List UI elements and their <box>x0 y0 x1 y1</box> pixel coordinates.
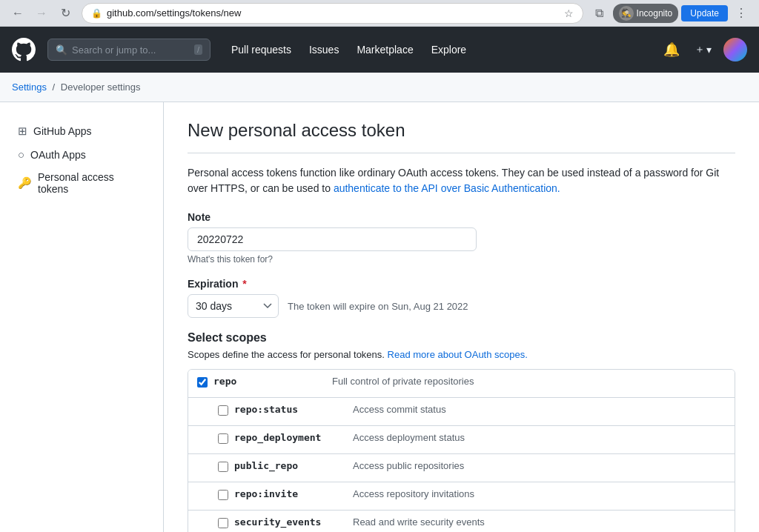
incognito-avatar: 🕵 <box>619 6 634 21</box>
scope-desc-repo-deployment: Access deployment status <box>353 432 726 443</box>
sidebar-label-oauth-apps: OAuth Apps <box>30 149 86 161</box>
scope-row-repo: repo Full control of private repositorie… <box>188 370 735 398</box>
new-item-button[interactable]: ＋ ▾ <box>690 40 716 59</box>
expiration-select[interactable]: 7 days 30 days 60 days 90 days Custom No… <box>188 294 279 318</box>
intro-paragraph: Personal access tokens function like ord… <box>188 165 735 196</box>
scope-name-repo: repo <box>213 376 332 387</box>
incognito-label: Incognito <box>637 8 673 19</box>
nav-issues[interactable]: Issues <box>300 27 348 73</box>
expiration-select-row: 7 days 30 days 60 days 90 days Custom No… <box>188 294 735 318</box>
header-right: 🔔 ＋ ▾ <box>660 38 747 61</box>
scope-desc-repo-invite: Access repository invitations <box>353 488 726 499</box>
oauth-scopes-link[interactable]: Read more about OAuth scopes. <box>388 349 528 360</box>
chrome-toolbar: ← → ↻ 🔒 github.com/settings/tokens/new ☆… <box>0 0 759 27</box>
expiry-hint: The token will expire on Sun, Aug 21 202… <box>288 301 468 312</box>
expiration-group: Expiration * 7 days 30 days 60 days 90 d… <box>188 278 735 318</box>
reload-button[interactable]: ↻ <box>55 3 76 24</box>
scope-checkbox-repo-deployment[interactable] <box>218 433 228 444</box>
chrome-right-area: ⧉ 🕵 Incognito Update ⋮ <box>589 3 752 24</box>
bookmark-star-icon[interactable]: ☆ <box>564 7 574 19</box>
search-bar[interactable]: 🔍 Search or jump to... / <box>47 39 211 61</box>
note-label: Note <box>188 211 735 223</box>
scope-name-repo-deployment: repo_deployment <box>234 432 353 443</box>
scope-row-repo-invite: repo:invite Access repository invitation… <box>188 482 735 511</box>
search-icon: 🔍 <box>56 44 67 56</box>
breadcrumb-current: Developer settings <box>61 82 141 93</box>
main-content: New personal access token Personal acces… <box>163 102 759 532</box>
chrome-nav-buttons: ← → ↻ <box>7 3 76 24</box>
scope-row-repo-deployment: repo_deployment Access deployment status <box>188 426 735 454</box>
incognito-button[interactable]: 🕵 Incognito <box>613 4 679 23</box>
grid-icon: ⊞ <box>18 124 27 138</box>
sidebar-label-github-apps: GitHub Apps <box>33 125 92 137</box>
sidebar: ⊞ GitHub Apps ○ OAuth Apps 🔑 Personal ac… <box>0 102 163 532</box>
scope-name-repo-status: repo:status <box>234 404 353 415</box>
plus-icon: ＋ <box>695 43 705 56</box>
sidebar-item-personal-tokens[interactable]: 🔑 Personal access tokens <box>12 167 151 199</box>
main-nav: Pull requests Issues Marketplace Explore <box>222 27 649 73</box>
scope-checkbox-public-repo[interactable] <box>218 462 228 472</box>
scope-row-public-repo: public_repo Access public repositories <box>188 454 735 482</box>
update-button[interactable]: Update <box>681 5 728 21</box>
github-logo[interactable] <box>12 38 36 61</box>
scope-desc-public-repo: Access public repositories <box>353 460 726 471</box>
required-asterisk: * <box>242 278 246 290</box>
avatar[interactable] <box>723 38 747 61</box>
expiration-label: Expiration * <box>188 278 735 290</box>
search-placeholder: Search or jump to... <box>72 44 156 56</box>
breadcrumb-settings-link[interactable]: Settings <box>12 82 47 93</box>
scope-checkbox-repo[interactable] <box>197 377 208 388</box>
scope-name-public-repo: public_repo <box>234 460 353 471</box>
scopes-desc-text: Scopes define the access for personal to… <box>188 349 388 360</box>
scope-checkbox-repo-status[interactable] <box>218 405 228 416</box>
address-bar[interactable]: 🔒 github.com/settings/tokens/new ☆ <box>82 3 583 24</box>
page-title: New personal access token <box>188 120 735 153</box>
github-header: 🔍 Search or jump to... / Pull requests I… <box>0 27 759 73</box>
scope-name-security-events: security_events <box>234 516 353 528</box>
scope-desc-repo-status: Access commit status <box>353 404 726 415</box>
scope-row-security-events: security_events Read and write security … <box>188 511 735 532</box>
scopes-description: Scopes define the access for personal to… <box>188 349 735 360</box>
more-menu-icon[interactable]: ⋮ <box>731 3 752 24</box>
note-input[interactable] <box>188 227 477 251</box>
scope-desc-security-events: Read and write security events <box>353 516 726 528</box>
scope-checkbox-security-events[interactable] <box>218 518 228 528</box>
scope-checkbox-repo-invite[interactable] <box>218 490 228 500</box>
forward-button[interactable]: → <box>31 3 52 24</box>
page-layout: ⊞ GitHub Apps ○ OAuth Apps 🔑 Personal ac… <box>0 102 759 532</box>
api-auth-link[interactable]: authenticate to the API over Basic Authe… <box>334 182 560 194</box>
sidebar-item-oauth-apps[interactable]: ○ OAuth Apps <box>12 144 151 165</box>
breadcrumb-separator: / <box>53 82 56 93</box>
url-text: github.com/settings/tokens/new <box>107 7 560 19</box>
back-button[interactable]: ← <box>7 3 28 24</box>
plus-dropdown-icon: ▾ <box>706 44 712 56</box>
sidebar-label-personal-tokens: Personal access tokens <box>38 171 145 195</box>
nav-pull-requests[interactable]: Pull requests <box>222 27 300 73</box>
note-hint: What's this token for? <box>188 254 735 265</box>
scope-desc-repo: Full control of private repositories <box>332 376 726 387</box>
lock-icon: 🔒 <box>91 8 102 19</box>
sidebar-item-github-apps[interactable]: ⊞ GitHub Apps <box>12 120 151 142</box>
key-icon: 🔑 <box>18 176 32 190</box>
tab-search-icon[interactable]: ⧉ <box>589 3 610 24</box>
scopes-title: Select scopes <box>188 331 735 345</box>
breadcrumb: Settings / Developer settings <box>0 73 759 102</box>
search-slash-shortcut: / <box>194 44 202 55</box>
note-group: Note What's this token for? <box>188 211 735 265</box>
scope-row-repo-status: repo:status Access commit status <box>188 398 735 426</box>
notifications-bell-icon[interactable]: 🔔 <box>660 39 683 61</box>
nav-marketplace[interactable]: Marketplace <box>348 27 422 73</box>
scope-name-repo-invite: repo:invite <box>234 488 353 499</box>
scopes-section: Select scopes Scopes define the access f… <box>188 331 735 532</box>
scopes-table: repo Full control of private repositorie… <box>188 369 735 532</box>
nav-explore[interactable]: Explore <box>422 27 475 73</box>
person-icon: ○ <box>18 148 24 161</box>
